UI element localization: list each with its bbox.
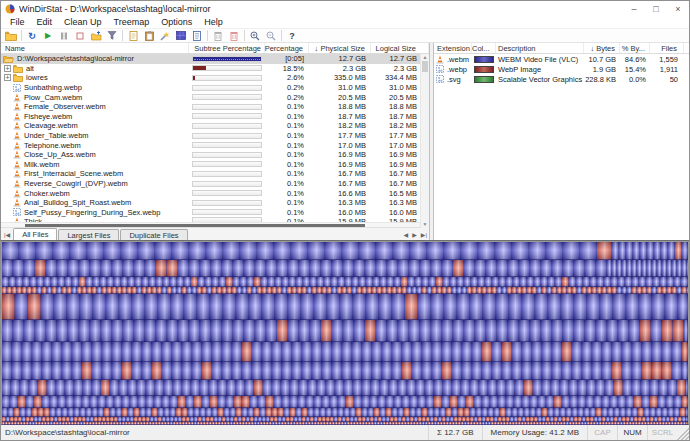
- file-row[interactable]: +lowres2.6%335.0 MB334.4 MB: [1, 73, 429, 83]
- percentage-value: 0.1%: [265, 112, 309, 121]
- menu-edit[interactable]: Edit: [31, 17, 59, 27]
- file-row[interactable]: Plow_Cam.webm0.2%20.5 MB20.5 MB: [1, 92, 429, 102]
- file-row[interactable]: Cleavage.webm0.1%18.2 MB18.2 MB: [1, 121, 429, 131]
- vlc-icon: [13, 121, 21, 130]
- column-header-bytes[interactable]: ↓ Bytes: [584, 43, 620, 53]
- scroll-down-icon[interactable]: ▼: [421, 221, 429, 228]
- menu-help[interactable]: Help: [198, 17, 229, 27]
- vlc-icon: [13, 160, 21, 169]
- extension-name: .svg: [447, 75, 461, 84]
- vlc-icon: [13, 112, 21, 121]
- file-row[interactable]: Anal_Bulldog_Spit_Roast.webm0.1%16.3 MB1…: [1, 198, 429, 208]
- extension-percent-bytes: 15.4%: [620, 65, 650, 74]
- file-row[interactable]: D:\Workspace\stashtag\local-mirror[0:05]…: [1, 54, 429, 64]
- vertical-scrollbar[interactable]: ▲ ▼: [420, 54, 429, 228]
- expand-toggle-icon[interactable]: +: [4, 65, 11, 72]
- delete-permanent-icon[interactable]: [226, 29, 242, 42]
- extension-row[interactable]: .webpWebP Image1.9 GB15.4%1,911: [434, 64, 689, 74]
- open-icon[interactable]: [3, 29, 19, 42]
- column-header-logical-size[interactable]: Logical Size: [371, 43, 429, 53]
- subtree-percentage-bar: [192, 200, 262, 206]
- tab-all-files[interactable]: All Files: [13, 228, 57, 240]
- zoom-out-icon[interactable]: [263, 29, 279, 42]
- delete-icon[interactable]: [210, 29, 226, 42]
- column-header-percentage[interactable]: Percentage: [265, 43, 309, 53]
- column-header-subtree-percentage[interactable]: Subtree Percentage: [189, 43, 265, 53]
- column-header-color[interactable]: Col...: [472, 43, 496, 53]
- paste-icon[interactable]: [141, 29, 157, 42]
- cleanup-icon[interactable]: [157, 29, 173, 42]
- stop-icon[interactable]: [72, 29, 88, 42]
- file-row[interactable]: First_Interracial_Scene.webm0.1%16.7 MB1…: [1, 169, 429, 179]
- column-header-extension[interactable]: Extension: [434, 43, 472, 53]
- percentage-value: 0.2%: [265, 83, 309, 92]
- vlc-icon: [13, 150, 21, 159]
- menu-treemap[interactable]: Treemap: [108, 17, 156, 27]
- zoom-in-icon[interactable]: [247, 29, 263, 42]
- file-row[interactable]: Choker.webm0.1%16.6 MB16.5 MB: [1, 188, 429, 198]
- physical-size-value: 16.3 MB: [309, 198, 371, 207]
- file-row[interactable]: Under_Table.webm0.1%17.7 MB17.7 MB: [1, 131, 429, 141]
- file-row[interactable]: Female_Observer.webm0.1%18.8 MB18.8 MB: [1, 102, 429, 112]
- file-row[interactable]: Close_Up_Ass.webm0.1%16.9 MB16.9 MB: [1, 150, 429, 160]
- play-icon[interactable]: ▶: [40, 29, 56, 42]
- extension-description: WebP Image: [496, 65, 584, 74]
- copy-icon[interactable]: [125, 29, 141, 42]
- window-title: WinDirStat - D:\Workspace\stashtag\local…: [19, 4, 623, 14]
- color-swatch: [474, 56, 494, 63]
- file-row[interactable]: Self_Pussy_Fingering_During_Sex.webp0.1%…: [1, 208, 429, 218]
- up-level-icon[interactable]: [88, 29, 104, 42]
- treemap-view-icon[interactable]: [173, 29, 189, 42]
- column-header-physical-size[interactable]: ↓ Physical Size: [309, 43, 371, 53]
- file-row[interactable]: Sunbathing.webp0.2%31.0 MB31.0 MB: [1, 83, 429, 93]
- file-row[interactable]: Milk.webm0.1%16.9 MB16.9 MB: [1, 160, 429, 170]
- image-icon: [436, 75, 444, 83]
- column-header-percent-bytes[interactable]: % By...: [620, 43, 650, 53]
- treemap-canvas[interactable]: [2, 242, 688, 425]
- column-header-description[interactable]: Description: [496, 43, 584, 53]
- menu-file[interactable]: File: [4, 17, 31, 27]
- extension-row[interactable]: .svgScalable Vector Graphics Im...228.8 …: [434, 74, 689, 84]
- vertical-scrollbar-thumb[interactable]: [422, 61, 428, 72]
- file-row[interactable]: Reverse_Cowgirl_(DVP).webm0.1%16.7 MB16.…: [1, 179, 429, 189]
- percentage-value: 0.1%: [265, 160, 309, 169]
- file-name: Female_Observer.webm: [24, 102, 106, 111]
- scroll-up-icon[interactable]: ▲: [421, 54, 429, 61]
- file-name: Choker.webm: [24, 189, 70, 198]
- status-memory-usage: Memory Usage: 41.2 MB: [482, 425, 587, 440]
- expand-toggle-icon[interactable]: +: [4, 74, 11, 81]
- pause-icon[interactable]: [56, 29, 72, 42]
- physical-size-value: 18.2 MB: [309, 121, 371, 130]
- close-button[interactable]: ×: [667, 1, 689, 16]
- windirstat-window: WinDirStat - D:\Workspace\stashtag\local…: [0, 0, 690, 441]
- help-icon[interactable]: ?: [284, 29, 300, 42]
- toolbar-separator: [122, 30, 123, 41]
- report-icon[interactable]: [189, 29, 205, 42]
- horizontal-scrollbar-thumb[interactable]: [25, 224, 365, 227]
- file-name: Reverse_Cowgirl_(DVP).webm: [24, 179, 128, 188]
- column-header-name[interactable]: Name: [1, 43, 189, 53]
- tab-scroll-prev[interactable]: ◀: [402, 231, 411, 238]
- tab-duplicate-files[interactable]: Duplicate Files: [120, 229, 187, 240]
- tab-largest-files[interactable]: Largest Files: [58, 229, 119, 240]
- file-name: D:\Workspace\stashtag\local-mirror: [17, 54, 134, 63]
- file-row[interactable]: Telephone.webm0.1%17.0 MB17.0 MB: [1, 140, 429, 150]
- maximize-button[interactable]: □: [645, 1, 667, 16]
- directory-list-panel: Name Subtree Percentage Percentage ↓ Phy…: [1, 43, 430, 240]
- file-row[interactable]: +alt18.5%2.3 GB2.3 GB: [1, 64, 429, 74]
- menu-options[interactable]: Options: [155, 17, 198, 27]
- menu-clean-up[interactable]: Clean Up: [58, 17, 108, 27]
- column-header-files[interactable]: Files: [650, 43, 684, 53]
- resize-grip[interactable]: [677, 425, 689, 440]
- filter-icon[interactable]: [104, 29, 120, 42]
- tab-scroll-last[interactable]: ▶|: [419, 231, 429, 238]
- tab-scroll-next[interactable]: ▶: [410, 231, 419, 238]
- percentage-value: 0.1%: [265, 169, 309, 178]
- extension-row[interactable]: .webmWEBM Video File (VLC)10.7 GB84.6%1,…: [434, 54, 689, 64]
- tab-scroll-first[interactable]: |◀: [1, 231, 13, 238]
- minimize-button[interactable]: –: [623, 1, 645, 16]
- refresh-icon[interactable]: ↻: [24, 29, 40, 42]
- subtree-percentage-bar: [192, 171, 262, 177]
- toolbar-separator: [281, 30, 282, 41]
- file-row[interactable]: Fisheye.webm0.1%18.7 MB18.7 MB: [1, 112, 429, 122]
